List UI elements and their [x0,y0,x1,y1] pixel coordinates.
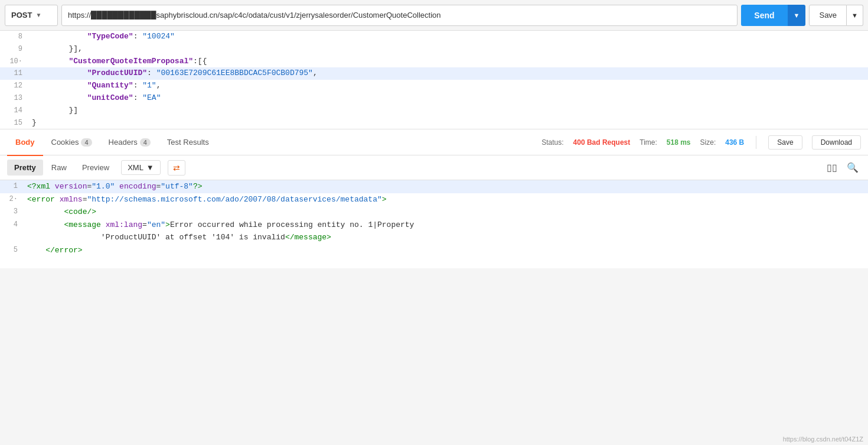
size-value: 436 B [725,138,744,147]
view-tab-pretty[interactable]: Pretty [7,160,43,176]
tab-label: Headers [109,138,138,147]
line-content: "TypeCode": "10024" [30,31,868,43]
line-number: 1 [0,180,25,193]
line-content: "unitCode": "EA" [30,92,868,105]
request-editor: 8 "TypeCode": "10024"9 }],10· "CustomerQ… [0,31,868,129]
line-content: <message xml:lang="en">Error occurred wh… [25,219,868,244]
view-tab-preview[interactable]: Preview [75,160,116,176]
request-line: 13 "unitCode": "EA" [0,92,868,105]
line-number: 14 [0,105,30,116]
response-tab-body[interactable]: Body [7,130,43,156]
top-bar: POST ▼ Send ▼ Save ▼ [0,0,868,31]
line-number: 12 [0,80,30,92]
line-content: </error> [25,244,868,256]
save-button-group: Save ▼ [809,5,863,26]
url-input[interactable] [61,5,738,26]
response-section: BodyCookies4Headers4Test ResultsStatus: … [0,129,868,268]
tab-badge: 4 [81,138,92,147]
line-number: 5 [0,244,25,256]
line-content: <error xmlns="http://schemas.microsoft.c… [25,193,868,206]
request-line: 10· "CustomerQuoteItemProposal":[{ [0,56,868,68]
line-number: 13 [0,92,30,104]
save-button[interactable]: Save [809,5,847,26]
method-chevron: ▼ [35,12,41,18]
status-label: Status: [541,138,563,147]
view-tab-icons: ▯▯🔍 [824,160,861,176]
method-selector[interactable]: POST ▼ [5,5,58,26]
send-button[interactable]: Send [741,5,787,26]
line-content: "Quantity": "1", [30,80,868,92]
size-label: Size: [700,138,716,147]
response-body: 1<?xml version="1.0" encoding="utf-8"?>2… [0,180,868,268]
request-line: 12 "Quantity": "1", [0,80,868,92]
time-value: 518 ms [667,138,691,147]
response-line: 3 <code/> [0,206,868,218]
line-content: } [30,117,868,129]
search-button[interactable]: 🔍 [844,160,861,176]
request-line: 9 }], [0,43,868,56]
wrap-lines-button[interactable]: ⇄ [168,160,185,176]
send-dropdown-button[interactable]: ▼ [788,5,806,26]
line-number: 11 [0,67,30,79]
view-tab-raw[interactable]: Raw [44,160,74,176]
line-number: 10· [0,56,30,67]
response-tab-cookies[interactable]: Cookies4 [43,130,100,156]
line-number: 2· [0,193,25,206]
line-content: }] [30,105,868,117]
line-content: <?xml version="1.0" encoding="utf-8"?> [25,180,868,193]
request-line: 11 "ProductUUID": "00163E7209C61EE8BBDCA… [0,67,868,80]
divider [756,136,756,149]
line-content: "CustomerQuoteItemProposal":[{ [30,56,868,68]
response-line: 1<?xml version="1.0" encoding="utf-8"?> [0,180,868,193]
line-number: 9 [0,43,30,55]
request-line: 14 }] [0,105,868,117]
send-button-group: Send ▼ [741,5,805,26]
line-content: }], [30,43,868,56]
response-line: 5 </error> [0,244,868,256]
format-selector[interactable]: XML▼ [121,160,161,175]
response-tab-test-results[interactable]: Test Results [159,130,217,156]
line-number: 8 [0,31,30,43]
tab-label: Body [15,138,35,147]
response-tabs-bar: BodyCookies4Headers4Test ResultsStatus: … [0,129,868,155]
format-label: XML [128,163,143,172]
response-tab-headers[interactable]: Headers4 [100,130,159,156]
request-line: 8 "TypeCode": "10024" [0,31,868,43]
request-line: 15} [0,117,868,129]
line-content: "ProductUUID": "00163E7209C61EE8BBDCAC5F… [30,67,868,80]
line-content: <code/> [25,206,868,218]
line-number: 3 [0,206,25,218]
status-value: 400 Bad Request [573,138,631,147]
method-label: POST [11,11,32,20]
response-line: 4 <message xml:lang="en">Error occurred … [0,219,868,244]
line-number: 15 [0,117,30,129]
tab-label: Test Results [167,138,209,147]
view-tabs-bar: PrettyRawPreviewXML▼⇄▯▯🔍 [0,155,868,180]
time-label: Time: [639,138,657,147]
line-number: 4 [0,219,25,231]
tab-label: Cookies [51,138,79,147]
response-download-button[interactable]: Download [812,135,861,150]
save-dropdown-button[interactable]: ▼ [847,5,863,26]
tab-badge: 4 [140,138,151,147]
response-save-button[interactable]: Save [768,135,802,150]
response-line: 2·<error xmlns="http://schemas.microsoft… [0,193,868,206]
copy-button[interactable]: ▯▯ [824,160,840,176]
format-chevron-icon: ▼ [146,163,154,172]
response-meta: Status: 400 Bad Request Time: 518 ms Siz… [541,135,861,150]
